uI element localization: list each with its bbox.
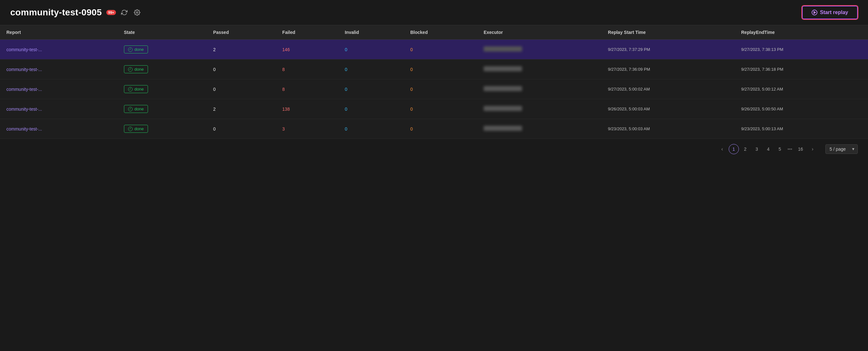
page-3-button[interactable]: 3 xyxy=(752,145,762,153)
replay-start-cell: 9/27/2023, 7:36:09 PM xyxy=(601,60,735,79)
report-cell: community-test-... xyxy=(0,119,118,139)
col-passed: Passed xyxy=(207,25,276,40)
gear-icon xyxy=(134,9,140,16)
col-blocked: Blocked xyxy=(404,25,477,40)
table-row: community-test-... ✓ done 2 146 0 0 9/27… xyxy=(0,40,868,60)
check-mark: ✓ xyxy=(129,68,132,71)
state-cell: ✓ done xyxy=(118,119,207,139)
settings-button[interactable] xyxy=(133,8,142,17)
page-title: community-test-0905 xyxy=(10,7,102,17)
failed-cell: 138 xyxy=(276,99,338,119)
replay-start-cell: 9/27/2023, 5:00:02 AM xyxy=(601,79,735,99)
replay-end-cell: 9/27/2023, 5:00:12 AM xyxy=(735,79,868,99)
per-page-select[interactable]: 5 / page 10 / page 20 / page 50 / page xyxy=(826,144,858,154)
report-link[interactable]: community-test-... xyxy=(6,107,42,112)
passed-cell: 0 xyxy=(207,119,276,139)
failed-cell: 8 xyxy=(276,79,338,99)
play-triangle xyxy=(813,11,816,14)
executor-value xyxy=(484,86,522,91)
col-replay-end: ReplayEndTime xyxy=(735,25,868,40)
state-cell: ✓ done xyxy=(118,79,207,99)
executor-value xyxy=(484,66,522,71)
failed-cell: 3 xyxy=(276,119,338,139)
report-link[interactable]: community-test-... xyxy=(6,87,42,92)
blocked-cell: 0 xyxy=(404,60,477,79)
executor-value xyxy=(484,126,522,131)
col-failed: Failed xyxy=(276,25,338,40)
invalid-cell: 0 xyxy=(338,99,404,119)
table-row: community-test-... ✓ done 0 8 0 0 9/27/2… xyxy=(0,60,868,79)
table-row: community-test-... ✓ done 0 8 0 0 9/27/2… xyxy=(0,79,868,99)
invalid-cell: 0 xyxy=(338,79,404,99)
check-mark: ✓ xyxy=(129,48,132,51)
passed-cell: 2 xyxy=(207,99,276,119)
replay-end-cell: 9/27/2023, 7:38:13 PM xyxy=(735,40,868,60)
state-cell: ✓ done xyxy=(118,60,207,79)
state-label: done xyxy=(134,67,144,72)
report-cell: community-test-... xyxy=(0,79,118,99)
report-cell: community-test-... xyxy=(0,40,118,60)
replay-end-cell: 9/27/2023, 7:36:18 PM xyxy=(735,60,868,79)
passed-cell: 2 xyxy=(207,40,276,60)
start-replay-button[interactable]: Start replay xyxy=(802,6,858,19)
col-executor: Executor xyxy=(477,25,601,40)
reports-table: Report State Passed Failed Invalid Block… xyxy=(0,25,868,139)
col-replay-start: Replay Start Time xyxy=(601,25,735,40)
check-mark: ✓ xyxy=(129,127,132,130)
check-mark: ✓ xyxy=(129,88,132,91)
page-16-button[interactable]: 16 xyxy=(795,145,806,153)
table-body: community-test-... ✓ done 2 146 0 0 9/27… xyxy=(0,40,868,139)
page-1-button[interactable]: 1 xyxy=(729,144,739,154)
next-page-button[interactable]: › xyxy=(807,144,818,154)
check-circle-icon: ✓ xyxy=(128,47,133,52)
state-badge: ✓ done xyxy=(124,125,148,133)
executor-value xyxy=(484,106,522,111)
page-dots: ••• xyxy=(786,145,794,153)
replay-start-cell: 9/26/2023, 5:00:03 AM xyxy=(601,99,735,119)
invalid-cell: 0 xyxy=(338,119,404,139)
page-5-button[interactable]: 5 xyxy=(775,145,785,153)
passed-cell: 0 xyxy=(207,60,276,79)
col-invalid: Invalid xyxy=(338,25,404,40)
report-cell: community-test-... xyxy=(0,60,118,79)
report-link[interactable]: community-test-... xyxy=(6,67,42,72)
page-4-button[interactable]: 4 xyxy=(763,145,774,153)
refresh-button[interactable] xyxy=(120,8,129,17)
check-circle-icon: ✓ xyxy=(128,127,133,131)
state-label: done xyxy=(134,47,144,52)
state-badge: ✓ done xyxy=(124,65,148,73)
check-circle-icon: ✓ xyxy=(128,107,133,111)
state-label: done xyxy=(134,127,144,131)
state-label: done xyxy=(134,107,144,111)
per-page-wrapper: 5 / page 10 / page 20 / page 50 / page ▼ xyxy=(822,144,858,154)
play-icon xyxy=(812,10,817,15)
replay-end-cell: 9/26/2023, 5:00:50 AM xyxy=(735,99,868,119)
executor-cell xyxy=(477,119,601,139)
col-state: State xyxy=(118,25,207,40)
refresh-icon xyxy=(121,9,127,16)
invalid-cell: 0 xyxy=(338,40,404,60)
svg-point-0 xyxy=(136,12,138,13)
blocked-cell: 0 xyxy=(404,79,477,99)
state-badge: ✓ done xyxy=(124,45,148,54)
check-circle-icon: ✓ xyxy=(128,87,133,92)
table-container: Report State Passed Failed Invalid Block… xyxy=(0,25,868,139)
page-2-button[interactable]: 2 xyxy=(740,145,750,153)
blocked-cell: 0 xyxy=(404,99,477,119)
check-circle-icon: ✓ xyxy=(128,67,133,72)
state-cell: ✓ done xyxy=(118,99,207,119)
replay-start-cell: 9/23/2023, 5:00:03 AM xyxy=(601,119,735,139)
blocked-cell: 0 xyxy=(404,40,477,60)
blocked-cell: 0 xyxy=(404,119,477,139)
replay-start-cell: 9/27/2023, 7:37:29 PM xyxy=(601,40,735,60)
failed-cell: 146 xyxy=(276,40,338,60)
invalid-cell: 0 xyxy=(338,60,404,79)
passed-cell: 0 xyxy=(207,79,276,99)
replay-end-cell: 9/23/2023, 5:00:13 AM xyxy=(735,119,868,139)
start-replay-label: Start replay xyxy=(820,10,848,15)
executor-cell xyxy=(477,60,601,79)
prev-page-button[interactable]: ‹ xyxy=(717,144,727,154)
report-link[interactable]: community-test-... xyxy=(6,47,42,52)
notification-badge: 99+ xyxy=(106,10,116,15)
report-link[interactable]: community-test-... xyxy=(6,127,42,132)
